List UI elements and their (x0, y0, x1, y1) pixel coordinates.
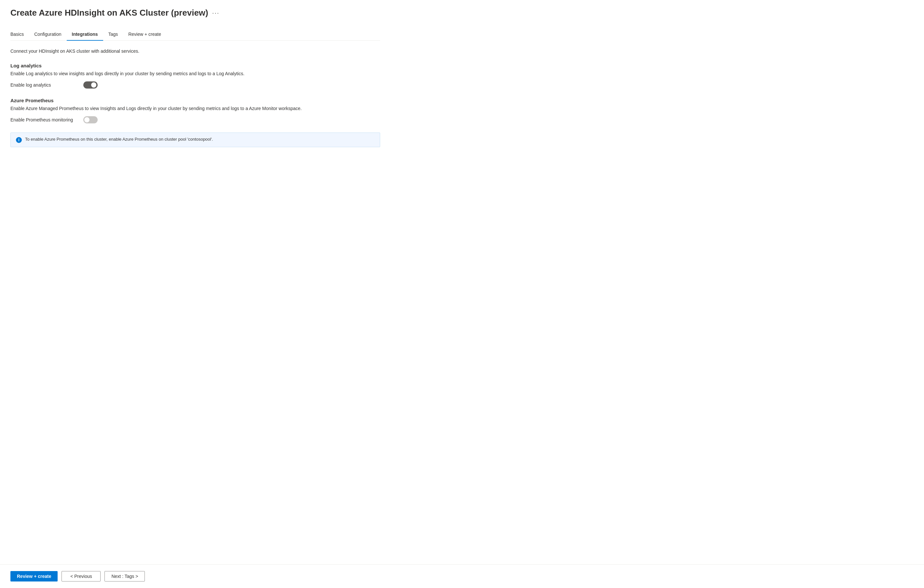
azure-prometheus-description: Enable Azure Managed Prometheus to view … (10, 106, 380, 111)
info-icon: i (16, 137, 22, 143)
log-analytics-field-row: Enable log analytics (10, 81, 380, 89)
log-analytics-description: Enable Log analytics to view insights an… (10, 71, 380, 76)
azure-prometheus-title: Azure Prometheus (10, 97, 380, 103)
tab-tags[interactable]: Tags (103, 28, 123, 41)
tab-basics[interactable]: Basics (10, 28, 29, 41)
prometheus-knob (84, 117, 89, 122)
azure-prometheus-section: Azure Prometheus Enable Azure Managed Pr… (10, 97, 380, 147)
page-description: Connect your HDInsight on AKS cluster wi… (10, 48, 380, 54)
page-title-row: Create Azure HDInsight on AKS Cluster (p… (10, 8, 380, 18)
log-analytics-knob (91, 83, 96, 88)
review-create-button[interactable]: Review + create (10, 571, 58, 581)
prometheus-label: Enable Prometheus monitoring (10, 117, 76, 122)
next-tags-button[interactable]: Next : Tags > (104, 571, 145, 581)
prometheus-field-row: Enable Prometheus monitoring (10, 116, 380, 123)
prometheus-info-box: i To enable Azure Prometheus on this clu… (10, 132, 380, 147)
content-area: Connect your HDInsight on AKS cluster wi… (10, 48, 380, 564)
prometheus-toggle[interactable] (83, 116, 97, 123)
footer: Review + create < Previous Next : Tags > (0, 564, 924, 588)
log-analytics-label: Enable log analytics (10, 83, 76, 88)
log-analytics-toggle[interactable] (83, 81, 97, 89)
tab-review-create[interactable]: Review + create (123, 28, 166, 41)
previous-button[interactable]: < Previous (61, 571, 101, 581)
tabs-nav: Basics Configuration Integrations Tags R… (10, 28, 380, 41)
prometheus-slider (83, 116, 97, 123)
page-title: Create Azure HDInsight on AKS Cluster (p… (10, 8, 208, 18)
more-options-icon[interactable]: ··· (212, 9, 220, 17)
tab-integrations[interactable]: Integrations (67, 28, 103, 41)
log-analytics-section: Log analytics Enable Log analytics to vi… (10, 63, 380, 89)
tab-configuration[interactable]: Configuration (29, 28, 66, 41)
prometheus-info-text: To enable Azure Prometheus on this clust… (25, 137, 213, 142)
log-analytics-slider (83, 81, 97, 89)
log-analytics-title: Log analytics (10, 63, 380, 68)
